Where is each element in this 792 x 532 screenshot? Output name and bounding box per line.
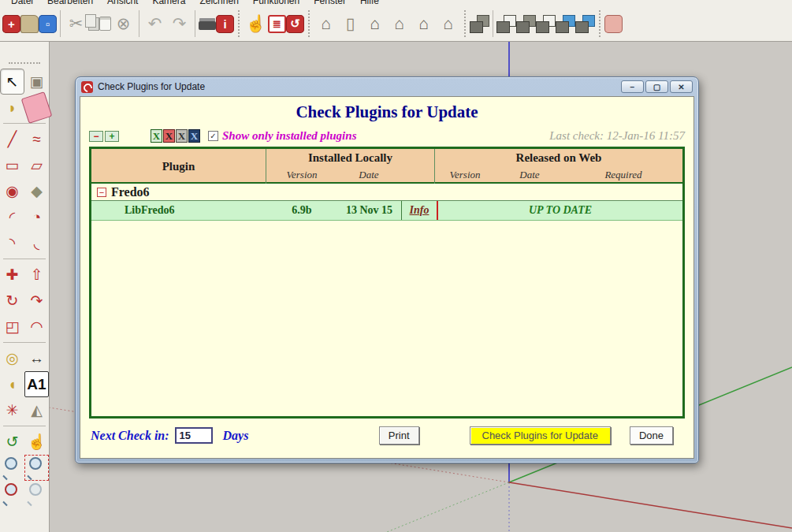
new-file-icon[interactable]: + [2,15,20,33]
select-hand-icon[interactable]: ☝ [244,10,268,37]
offset-tool-icon[interactable]: ◠ [24,314,49,340]
paste-icon[interactable] [99,17,111,31]
show-only-installed-label[interactable]: Show only installed plugins [222,129,356,143]
style-icon[interactable] [604,15,623,33]
view-back-icon[interactable]: ⌂ [436,10,460,37]
filter-notinstalled-button[interactable]: X [176,129,188,143]
arc3-tool-icon[interactable]: ◟ [24,230,49,256]
print-button[interactable]: Print [379,426,419,445]
scale-tool-icon[interactable]: ◰ [0,314,24,340]
previous-view-icon[interactable] [24,481,49,507]
menu-bearbeiten[interactable]: Bearbeiten [40,0,100,6]
protractor-tool-icon[interactable]: ◖ [0,371,24,397]
local-date-cell: 13 Nov 15 [337,204,401,217]
rotated-rectangle-tool-icon[interactable]: ▱ [24,152,49,178]
move-tool-icon[interactable]: ✚ [0,262,24,288]
axes-tool-icon[interactable]: ✳ [0,397,24,423]
table-header: Plugin Installed Locally Version Date Re… [91,149,682,184]
sketchup-logo-icon [81,81,93,93]
view-iso-icon[interactable]: ⌂ [314,10,338,37]
redo-icon[interactable]: ↷ [167,10,191,37]
dialog-body: Check Plugins for Update − + X X X X ✓ S… [80,96,694,459]
circle-tool-icon[interactable]: ◉ [0,178,24,204]
next-check-input[interactable] [175,427,213,444]
open-folder-icon[interactable] [20,15,39,33]
make-group-icon[interactable] [470,15,489,33]
collapse-group-icon[interactable]: − [97,188,106,197]
collapse-all-button[interactable]: − [89,131,103,142]
view-front-icon[interactable]: ⌂ [387,10,411,37]
component-tool-icon[interactable]: ▣ [24,69,49,95]
menu-datei[interactable]: Datei [4,0,40,6]
component-box-icon[interactable]: ▯ [338,10,363,37]
plugin-purge-icon[interactable]: ↺ [286,15,304,33]
freehand-tool-icon[interactable]: ≈ [24,126,49,152]
view-right-icon[interactable]: ⌂ [411,10,436,37]
red-axis [509,482,792,528]
menu-kamera[interactable]: Kamera [145,0,192,6]
green-axis-dotted [387,482,509,532]
arc-tool-icon[interactable]: ◜ [0,204,24,230]
palette-drag-handle[interactable] [9,62,40,64]
dimension-tool-icon[interactable]: ↔ [24,345,49,371]
menu-funktionen[interactable]: Funktionen [246,0,307,6]
filter-outdated-button[interactable]: X [163,129,175,143]
lock-group-icon[interactable] [536,15,556,33]
followme-tool-icon[interactable]: ↷ [24,288,49,314]
table-row: LibFredo6 6.9b 13 Nov 15 Info UP TO DATE [91,201,682,221]
info-link[interactable]: Info [410,204,429,217]
minimize-button[interactable]: − [621,80,644,93]
toolbar-separator [139,10,139,37]
check-plugins-dialog: Check Plugins for Update − ▢ ✕ Check Plu… [75,76,699,463]
undo-icon[interactable]: ↶ [143,10,167,37]
menu-fenster[interactable]: Fenster [307,0,353,6]
arc2-tool-icon[interactable]: ◝ [0,230,24,256]
check-plugins-button[interactable]: Check Plugins for Update [470,426,611,445]
show-only-installed-checkbox[interactable]: ✓ [208,131,218,141]
select-tool-icon[interactable]: ↖ [0,69,24,95]
plugin-report-icon[interactable]: ≣ [268,15,286,33]
close-button[interactable]: ✕ [670,80,693,93]
print-icon[interactable] [199,21,216,30]
copy-icon[interactable] [85,14,96,28]
model-info-icon[interactable]: i [216,15,234,33]
dialog-titlebar[interactable]: Check Plugins for Update − ▢ ✕ [80,77,694,96]
maximize-button[interactable]: ▢ [645,80,668,93]
filter-other-button[interactable]: X [188,129,200,143]
edit-group-icon[interactable] [516,15,536,33]
plugin-table: Plugin Installed Locally Version Date Re… [89,147,685,419]
filter-uptodate-button[interactable]: X [151,129,162,143]
text-tool-icon[interactable]: A1 [24,371,49,397]
zoom-window-icon[interactable] [24,455,49,481]
edit-component-icon[interactable] [575,15,595,33]
paint-bucket-icon[interactable]: ◗ [0,95,24,121]
column-group-installed: Installed Locally Version Date [266,149,435,184]
make-component-icon[interactable] [556,15,575,33]
rotate-tool-icon[interactable]: ↻ [0,288,24,314]
pan-tool-icon[interactable]: ☝ [24,429,49,455]
rectangle-tool-icon[interactable]: ▭ [0,152,24,178]
zoom-tool-icon[interactable] [0,455,24,481]
orbit-tool-icon[interactable]: ↺ [0,429,24,455]
delete-icon[interactable]: ⊗ [111,10,136,37]
menu-hilfe[interactable]: Hilfe [353,0,386,6]
local-version-cell: 6.9b [266,204,337,217]
footer-row: Next Check in: Days Print Check Plugins … [91,426,683,445]
pushpull-tool-icon[interactable]: ⇧ [24,262,49,288]
line-tool-icon[interactable]: ╱ [0,126,24,152]
zoom-extents-icon[interactable] [0,481,24,507]
eraser-icon[interactable] [21,91,53,124]
toolbar-separator [599,10,601,37]
explode-group-icon[interactable] [496,15,516,33]
menu-zeichnen[interactable]: Zeichnen [192,0,245,6]
save-icon[interactable]: ▫ [39,15,57,33]
tape-measure-icon[interactable]: ◎ [0,345,24,371]
view-top-icon[interactable]: ⌂ [363,10,387,37]
toolbar-separator [238,10,240,37]
polygon-tool-icon[interactable]: ◆ [24,178,49,204]
menu-ansicht[interactable]: Ansicht [100,0,145,6]
expand-all-button[interactable]: + [105,131,119,142]
text3d-tool-icon[interactable]: ◭ [24,397,49,423]
done-button[interactable]: Done [630,426,673,445]
pie-tool-icon[interactable]: ◔ [24,204,49,230]
